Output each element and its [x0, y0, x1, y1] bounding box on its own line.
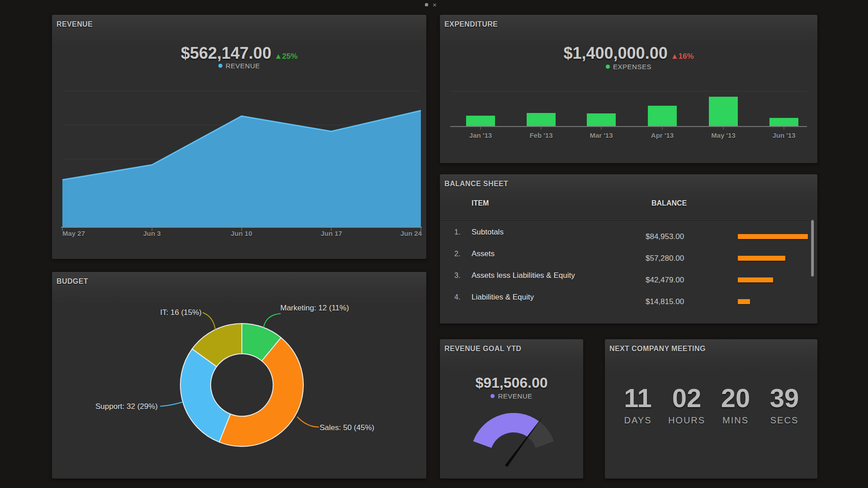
row-balance: $84,953.00: [646, 232, 684, 241]
row-balance: $14,815.00: [646, 297, 684, 306]
x-axis-label: May '13: [711, 131, 736, 139]
row-number: 4.: [454, 293, 460, 301]
donut-label-sales: Sales: 50 (45%): [320, 423, 374, 432]
table-row: 3. Assets less Liabilities & Equity $42,…: [440, 265, 817, 287]
meeting-panel: NEXT COMPANY MEETING 11 DAYS 02 HOURS 20…: [605, 339, 817, 479]
table-row: 4. Liabilities & Equity $14,815.00: [440, 287, 817, 309]
x-axis-label: May 27: [62, 230, 85, 237]
donut-label-it: IT: 16 (15%): [160, 308, 202, 317]
revenue-panel: REVENUE $562,147.00▲25% REVENUE May 27 J…: [52, 15, 426, 259]
row-item: Assets: [472, 249, 495, 258]
x-axis-label: Feb '13: [529, 131, 552, 139]
x-axis-label: Mar '13: [590, 131, 613, 139]
revenue-area-chart: [52, 15, 426, 259]
table-row: 1. Subtotals $84,953.00: [440, 222, 817, 244]
row-balance: $42,479.00: [646, 276, 684, 285]
countdown-unit-secs: 39 SECS: [764, 385, 805, 426]
x-axis-label: Apr '13: [651, 131, 674, 139]
donut-label-support: Support: 32 (29%): [95, 402, 158, 411]
x-axis-label: Jun 3: [143, 230, 160, 237]
countdown-hours-value: 02: [666, 385, 708, 412]
balance-bar: [738, 234, 808, 239]
column-header-balance: BALANCE: [651, 199, 687, 207]
revenue-goal-panel: REVENUE GOAL YTD $91,506.00 REVENUE: [440, 339, 583, 479]
close-icon[interactable]: ×: [433, 1, 437, 8]
balance-sheet-panel: BALANCE SHEET ITEM BALANCE 1. Subtotals …: [440, 174, 817, 324]
row-number: 1.: [454, 228, 460, 236]
expenditure-bar-chart: [440, 15, 817, 163]
x-axis-label: Jun 10: [231, 230, 252, 237]
balance-bar: [738, 277, 773, 282]
dashboard-page-controls: ×: [425, 1, 437, 8]
balance-bar: [738, 299, 750, 304]
revenue-goal-gauge: [440, 339, 583, 479]
countdown-secs-label: SECS: [764, 415, 805, 426]
column-header-item: ITEM: [472, 199, 489, 207]
balance-bar: [738, 256, 785, 261]
countdown-unit-days: 11 DAYS: [617, 385, 659, 426]
x-axis-label: Jun '13: [772, 131, 795, 139]
row-item: Assets less Liabilities & Equity: [472, 271, 575, 280]
row-number: 2.: [454, 250, 460, 258]
x-axis-label: Jun 24: [400, 230, 422, 237]
row-number: 3.: [454, 272, 460, 280]
row-item: Subtotals: [472, 228, 504, 237]
table-row: 2. Assets $57,280.00: [440, 244, 817, 265]
x-axis-label: Jun 17: [321, 230, 342, 237]
countdown-mins-value: 20: [715, 385, 756, 412]
balance-sheet-panel-title: BALANCE SHEET: [444, 180, 508, 188]
header-divider: [440, 220, 817, 220]
budget-donut-chart: [52, 272, 426, 479]
page-indicator-dot[interactable]: [425, 3, 428, 6]
countdown-unit-hours: 02 HOURS: [666, 385, 708, 426]
countdown-days-value: 11: [617, 385, 659, 412]
row-item: Liabilities & Equity: [472, 293, 534, 302]
row-balance: $57,280.00: [646, 254, 684, 263]
meeting-panel-title: NEXT COMPANY MEETING: [609, 345, 706, 353]
dashboard: × REVENUE $562,147.00▲25% REVENUE May 27…: [0, 0, 868, 488]
scrollbar-thumb[interactable]: [811, 220, 814, 277]
donut-label-marketing: Marketing: 12 (11%): [280, 304, 349, 313]
x-axis-label: Jan '13: [469, 131, 492, 139]
countdown-mins-label: MINS: [715, 415, 756, 426]
countdown: 11 DAYS 02 HOURS 20 MINS 39 SECS: [605, 385, 817, 426]
countdown-unit-mins: 20 MINS: [715, 385, 756, 426]
countdown-secs-value: 39: [764, 385, 805, 412]
countdown-hours-label: HOURS: [666, 415, 708, 426]
budget-panel: BUDGET IT: 16 (15%) Marketing: 12 (11%) …: [52, 272, 426, 479]
countdown-days-label: DAYS: [617, 415, 659, 426]
expenditure-panel: EXPENDITURE $1,400,000.00▲16% EXPENSES J…: [440, 15, 817, 163]
